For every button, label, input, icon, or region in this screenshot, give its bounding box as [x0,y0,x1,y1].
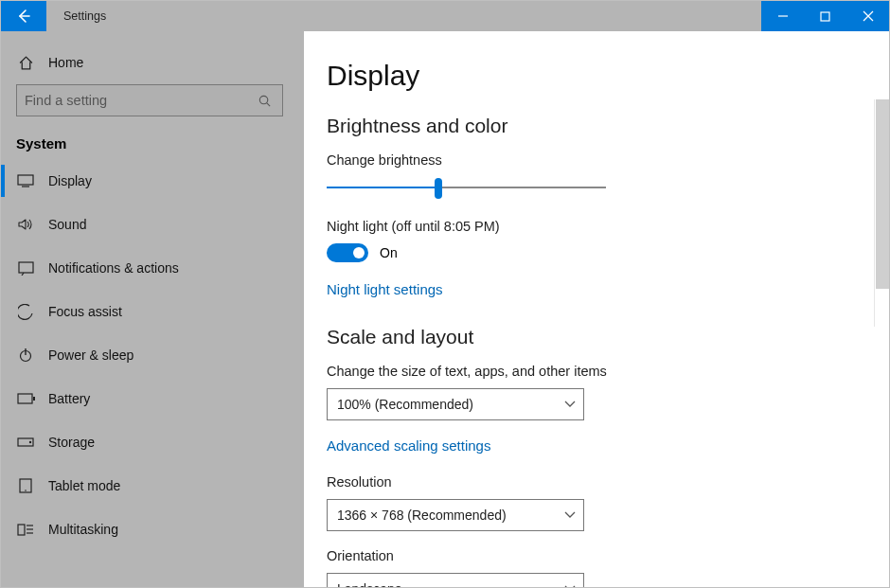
search-icon [258,94,275,108]
maximize-button[interactable] [804,1,846,31]
sidebar: Home Find a setting System Display Sound [1,31,304,587]
minimize-icon [777,10,789,22]
focus-assist-icon [16,304,35,320]
sidebar-item-notifications[interactable]: Notifications & actions [1,246,304,290]
vertical-scrollbar[interactable] [874,99,889,327]
window-controls [761,1,889,31]
svg-rect-13 [33,397,35,401]
section-scale: Scale and layout [327,326,889,348]
titlebar: Settings [1,1,889,31]
sidebar-home-label: Home [48,55,83,70]
orientation-value: Landscape [337,581,402,587]
svg-line-6 [267,102,270,105]
svg-rect-2 [821,12,829,21]
svg-rect-18 [18,525,25,535]
title-spacer [123,1,761,31]
sidebar-item-label: Power & sleep [48,347,134,363]
brightness-slider[interactable] [327,177,606,198]
sidebar-item-label: Sound [48,217,86,232]
chevron-down-icon [564,401,576,408]
notifications-icon [16,260,35,276]
sidebar-item-sound[interactable]: Sound [1,203,304,246]
advanced-scaling-link[interactable]: Advanced scaling settings [327,437,889,454]
svg-point-5 [259,96,267,103]
section-brightness: Brightness and color [327,115,889,137]
brightness-label: Change brightness [327,152,889,168]
close-button[interactable] [846,1,889,31]
tablet-icon [16,478,35,493]
arrow-left-icon [16,9,31,24]
resolution-label: Resolution [327,474,889,490]
toggle-knob-icon [353,247,365,258]
sidebar-item-multitasking[interactable]: Multitasking [1,508,304,551]
page-title: Display [327,60,889,92]
sidebar-category: System [1,122,304,159]
sidebar-item-power-sleep[interactable]: Power & sleep [1,333,304,377]
svg-rect-7 [18,175,33,185]
resolution-value: 1366 × 768 (Recommended) [337,508,507,523]
night-light-settings-link[interactable]: Night light settings [327,281,889,297]
sidebar-item-label: Storage [48,435,95,450]
sidebar-item-label: Display [48,173,92,188]
sidebar-item-storage[interactable]: Storage [1,420,304,464]
slider-thumb-icon [435,178,442,199]
minimize-button[interactable] [761,1,804,31]
display-icon [16,174,35,187]
maximize-icon [820,11,830,22]
scale-label: Change the size of text, apps, and other… [327,364,889,379]
sidebar-item-battery[interactable]: Battery [1,377,304,420]
sidebar-item-display[interactable]: Display [1,159,304,203]
multitasking-icon [16,523,35,536]
window-title: Settings [46,1,123,31]
chevron-down-icon [564,585,576,587]
power-icon [16,347,35,363]
svg-rect-9 [19,262,33,273]
search-input[interactable]: Find a setting [16,84,283,116]
sidebar-item-tablet-mode[interactable]: Tablet mode [1,464,304,508]
content-pane: Display Brightness and color Change brig… [304,31,889,587]
back-button[interactable] [1,1,46,31]
night-light-label: Night light (off until 8:05 PM) [327,219,889,234]
svg-point-17 [25,490,27,491]
close-icon [863,10,874,22]
resolution-combo[interactable]: 1366 × 768 (Recommended) [327,499,584,531]
sidebar-item-label: Multitasking [48,522,118,537]
night-light-toggle[interactable] [327,243,368,262]
svg-point-15 [29,441,31,443]
orientation-combo[interactable]: Landscape [327,573,584,587]
battery-icon [16,393,35,404]
sidebar-item-label: Battery [48,391,90,406]
home-icon [16,55,35,71]
scale-combo[interactable]: 100% (Recommended) [327,388,584,420]
search-placeholder: Find a setting [25,93,258,108]
sidebar-item-label: Focus assist [48,304,122,319]
storage-icon [16,437,35,447]
sidebar-item-label: Notifications & actions [48,260,179,276]
scale-value: 100% (Recommended) [337,397,473,412]
orientation-label: Orientation [327,548,889,563]
scrollbar-thumb[interactable] [876,99,889,289]
sound-icon [16,217,35,232]
sidebar-item-focus-assist[interactable]: Focus assist [1,290,304,333]
sidebar-item-label: Tablet mode [48,478,120,493]
chevron-down-icon [564,511,576,519]
sidebar-home[interactable]: Home [1,41,304,84]
svg-rect-12 [18,394,32,403]
night-light-state: On [380,245,398,260]
